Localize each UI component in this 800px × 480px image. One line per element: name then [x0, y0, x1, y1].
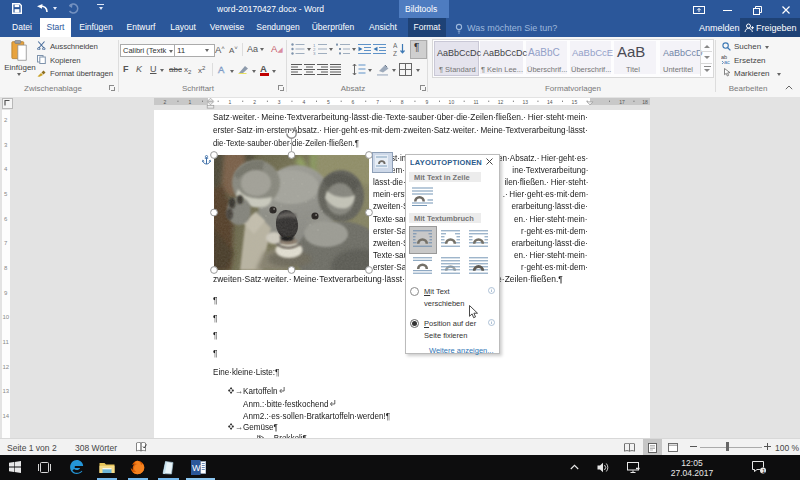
- svg-text:ac: ac: [724, 59, 730, 64]
- svg-text:2: 2: [164, 99, 167, 105]
- svg-text:Z: Z: [393, 50, 397, 57]
- svg-text:A: A: [393, 42, 398, 49]
- svg-text:W: W: [192, 463, 201, 473]
- svg-text:7: 7: [376, 99, 379, 105]
- svg-text:8: 8: [401, 99, 404, 105]
- svg-text:1: 1: [189, 99, 192, 105]
- svg-text:1: 1: [229, 99, 232, 105]
- svg-text:11: 11: [473, 99, 478, 105]
- svg-text:12: 12: [498, 99, 504, 105]
- svg-text:17: 17: [619, 99, 625, 105]
- svg-text:3: 3: [278, 99, 281, 105]
- svg-text:18: 18: [642, 99, 648, 105]
- svg-text:9: 9: [425, 99, 428, 105]
- svg-text:15: 15: [572, 99, 578, 105]
- svg-text:13: 13: [522, 99, 528, 105]
- svg-text:5: 5: [327, 99, 330, 105]
- svg-text:14: 14: [547, 99, 553, 105]
- svg-text:3: 3: [313, 51, 316, 55]
- svg-text:4: 4: [302, 99, 305, 105]
- svg-text:6: 6: [352, 99, 355, 105]
- svg-text:10: 10: [449, 99, 455, 105]
- svg-text:2: 2: [253, 99, 256, 105]
